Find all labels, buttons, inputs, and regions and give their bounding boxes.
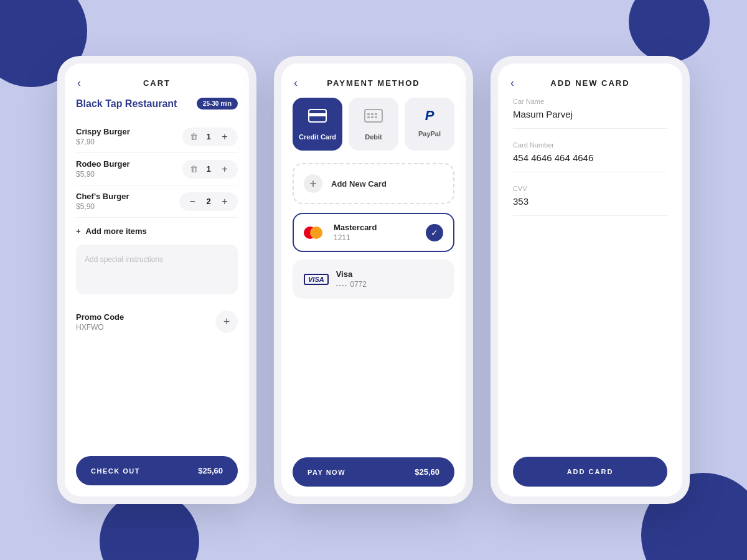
cardholder-name-value[interactable]: Masum Parvej [513,109,667,119]
item-1-price: $7,90 [76,138,130,146]
svg-rect-7 [371,116,374,118]
debit-icon [364,108,383,127]
mastercard-name: Mastercard [334,223,377,232]
saved-card-visa[interactable]: VISA Visa •••• 0772 [293,259,454,299]
item-1-delete-icon[interactable]: 🗑 [190,132,198,141]
item-2-qty-control: 🗑 1 + [182,160,238,179]
cart-item-2: Rodeo Burger $5,90 🗑 1 + [76,153,238,185]
bg-circle-tr [629,0,710,62]
item-1-qty-control: 🗑 1 + [182,128,238,146]
paypal-label: PayPal [418,130,441,138]
svg-rect-6 [367,116,370,118]
visa-name: Visa [336,269,367,279]
add-more-plus-icon: + [76,226,81,236]
cardholder-name-group: Car Name Masum Parvej [513,98,667,129]
item-2-qty: 1 [204,164,213,174]
item-3-qty-control: − 2 + [179,192,238,211]
card-number-value[interactable]: 454 4646 464 4646 [513,152,667,163]
promo-row: Promo Code HXFWO + [76,304,238,339]
item-3-price: $5,90 [76,202,129,211]
svg-rect-8 [375,116,377,118]
item-3-name: Chef's Burger [76,192,129,201]
cvv-label: CVV [513,185,667,192]
item-1-qty-plus[interactable]: + [219,131,230,142]
cvv-value[interactable]: 353 [513,196,667,207]
cart-content: Black Tap Restaurant 25-30 min Crispy Bu… [65,98,249,456]
svg-rect-1 [309,113,326,116]
cart-back-button[interactable]: ‹ [77,77,81,90]
cart-header: ‹ CART [65,63,249,98]
add-card-content: Car Name Masum Parvej Card Number 454 46… [498,98,682,497]
card-number-label: Card Number [513,141,667,149]
svg-rect-4 [371,113,374,115]
visa-dots: •••• [336,282,348,288]
cvv-group: CVV 353 [513,185,667,216]
visa-logo: VISA [304,274,329,285]
payment-type-credit-card[interactable]: Credit Card [293,98,342,151]
time-badge: 25-30 min [197,98,238,110]
add-card-label: Add New Card [331,179,387,189]
payment-type-debit[interactable]: Debit [349,98,398,151]
pay-now-button[interactable]: PAY NOW $25,60 [293,457,454,487]
payment-type-paypal[interactable]: P PayPal [405,98,454,151]
debit-label: Debit [365,133,382,141]
item-3-qty-minus[interactable]: − [187,196,198,207]
special-instructions-placeholder: Add special instructions [85,255,163,264]
paypal-icon: P [425,108,435,124]
add-card-action-button[interactable]: ADD CARD [513,457,667,487]
payment-header: ‹ PAYMENT METHOD [281,63,466,98]
special-instructions-input[interactable]: Add special instructions [76,245,238,294]
add-card-screen: ‹ ADD NEW CARD Car Name Masum Parvej Car… [491,56,690,504]
promo-code-value: HXFWO [76,323,124,332]
cart-screen: ‹ CART Black Tap Restaurant 25-30 min Cr… [57,56,256,504]
cart-item-1: Crispy Burger $7,90 🗑 1 + [76,121,238,153]
credit-card-label: Credit Card [299,133,336,141]
svg-rect-2 [365,110,382,122]
visa-last4: 0772 [350,280,367,289]
add-card-title: ADD NEW CARD [550,78,629,88]
mastercard-selected-icon: ✓ [426,224,443,241]
add-more-items-button[interactable]: + Add more items [76,218,238,245]
cart-bottom: CHECK OUT $25,60 [65,456,249,497]
mastercard-logo [304,225,326,240]
restaurant-name: Black Tap Restaurant [76,98,177,110]
pay-now-label: PAY NOW [308,469,345,476]
svg-rect-5 [375,113,377,115]
add-new-card-button[interactable]: + Add New Card [293,163,454,204]
payment-types-row: Credit Card [293,98,454,151]
add-more-label: Add more items [86,226,147,236]
card-number-group: Card Number 454 4646 464 4646 [513,141,667,172]
credit-card-icon [308,108,327,127]
cart-item-3: Chef's Burger $5,90 − 2 + [76,185,238,218]
item-2-qty-plus[interactable]: + [219,164,230,175]
restaurant-row: Black Tap Restaurant 25-30 min [76,98,238,110]
pay-now-price: $25,60 [415,467,439,477]
saved-card-mastercard[interactable]: Mastercard 1211 ✓ [293,213,454,252]
promo-label: Promo Code [76,312,124,322]
checkout-button[interactable]: CHECK OUT $25,60 [76,456,238,485]
cart-title: CART [143,78,171,88]
add-card-back-button[interactable]: ‹ [510,77,514,90]
item-3-qty: 2 [204,197,213,206]
add-card-btn-label: ADD CARD [567,468,614,475]
mastercard-last4: 1211 [334,233,377,242]
item-1-qty: 1 [204,132,213,141]
svg-rect-3 [367,113,370,115]
payment-content: Credit Card [281,98,466,497]
add-card-plus-icon: + [304,174,322,193]
item-2-name: Rodeo Burger [76,159,130,169]
payment-title: PAYMENT METHOD [327,78,420,88]
item-2-delete-icon[interactable]: 🗑 [190,164,198,174]
item-3-qty-plus[interactable]: + [219,196,230,207]
cardholder-name-label: Car Name [513,98,667,105]
promo-add-button[interactable]: + [215,310,238,333]
payment-back-button[interactable]: ‹ [294,77,298,90]
payment-screen: ‹ PAYMENT METHOD Credit Card [274,56,473,504]
item-2-price: $5,90 [76,170,130,179]
add-card-header: ‹ ADD NEW CARD [498,63,682,98]
checkout-price: $25,60 [198,466,223,475]
item-1-name: Crispy Burger [76,127,130,136]
checkout-label: CHECK OUT [91,467,140,475]
